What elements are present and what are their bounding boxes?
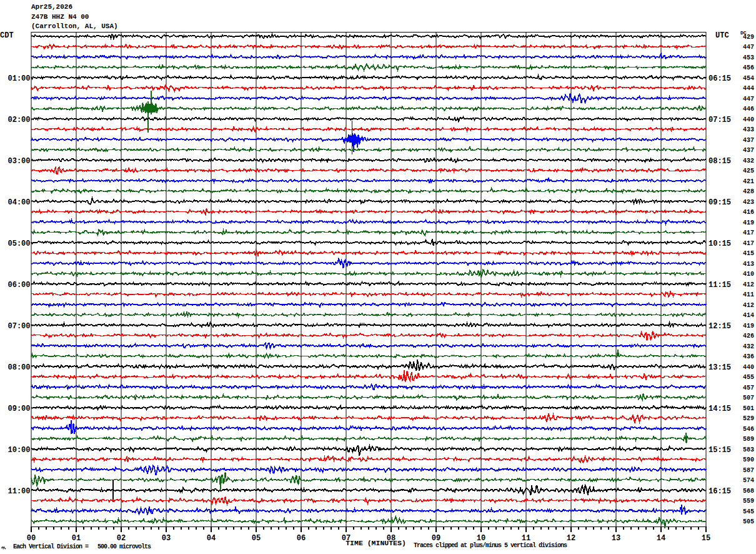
svg-text:501: 501 xyxy=(743,405,754,412)
svg-text:453: 453 xyxy=(743,54,754,61)
svg-text:419: 419 xyxy=(743,323,754,330)
svg-text:425: 425 xyxy=(743,168,754,174)
svg-text:574: 574 xyxy=(743,477,754,484)
svg-text:08:00: 08:00 xyxy=(7,363,30,372)
svg-text:433: 433 xyxy=(743,126,754,133)
svg-text:03:00: 03:00 xyxy=(7,157,30,166)
svg-text:CDT: CDT xyxy=(0,31,14,40)
svg-text:15:15: 15:15 xyxy=(709,446,731,455)
svg-text:589: 589 xyxy=(743,436,754,443)
svg-text:08:15: 08:15 xyxy=(709,157,731,166)
svg-text:447: 447 xyxy=(743,44,754,51)
svg-text:13: 13 xyxy=(612,534,620,543)
svg-text:01:00: 01:00 xyxy=(7,74,30,83)
svg-text:(Carrollton, AL, USA): (Carrollton, AL, USA) xyxy=(31,23,118,30)
svg-text:423: 423 xyxy=(743,199,754,206)
svg-text:00: 00 xyxy=(27,534,36,543)
svg-text:Apr25,2026: Apr25,2026 xyxy=(31,3,72,11)
svg-text:428: 428 xyxy=(743,188,754,195)
svg-text:11:15: 11:15 xyxy=(709,281,731,290)
svg-text:06:00: 06:00 xyxy=(7,281,30,290)
svg-text:14: 14 xyxy=(657,534,665,543)
svg-text:545: 545 xyxy=(743,508,754,515)
svg-text:432: 432 xyxy=(743,158,754,164)
svg-text:07:15: 07:15 xyxy=(709,116,731,124)
svg-text:02: 02 xyxy=(117,534,126,543)
svg-text:10:15: 10:15 xyxy=(709,239,731,248)
svg-text:412: 412 xyxy=(743,302,754,309)
svg-text:559: 559 xyxy=(743,498,754,505)
svg-text:417: 417 xyxy=(743,240,754,247)
svg-text:03: 03 xyxy=(162,534,171,543)
svg-text:419: 419 xyxy=(743,219,754,226)
svg-text:05:00: 05:00 xyxy=(7,239,30,248)
svg-text:455: 455 xyxy=(743,374,754,381)
svg-text:457: 457 xyxy=(743,385,754,391)
svg-text:09:15: 09:15 xyxy=(709,198,731,207)
svg-text:10:00: 10:00 xyxy=(7,446,30,455)
svg-text:437: 437 xyxy=(743,137,754,144)
svg-text:04:00: 04:00 xyxy=(7,198,30,207)
svg-text:412: 412 xyxy=(743,281,754,288)
svg-text:15: 15 xyxy=(702,534,710,543)
svg-text:440: 440 xyxy=(743,116,754,123)
svg-text:09:00: 09:00 xyxy=(7,405,30,413)
svg-text:417: 417 xyxy=(743,229,754,236)
svg-text:436: 436 xyxy=(743,353,754,360)
svg-text:05: 05 xyxy=(252,534,261,543)
svg-text:446: 446 xyxy=(743,106,754,113)
svg-text:07:00: 07:00 xyxy=(7,322,30,331)
svg-text:12:15: 12:15 xyxy=(709,322,731,331)
svg-text:11:00: 11:00 xyxy=(7,487,30,496)
svg-text:587: 587 xyxy=(743,467,754,474)
svg-text:429: 429 xyxy=(743,34,754,41)
svg-text:06:15: 06:15 xyxy=(709,74,731,83)
svg-text:01: 01 xyxy=(72,534,81,543)
svg-text:546: 546 xyxy=(743,426,754,433)
svg-text:413: 413 xyxy=(743,261,754,268)
svg-text:16:15: 16:15 xyxy=(709,487,731,496)
svg-text:13:15: 13:15 xyxy=(709,363,731,372)
svg-text:414: 414 xyxy=(743,312,754,319)
svg-text:Traces clipped at plus/minus 5: Traces clipped at plus/minus 5 vertical … xyxy=(414,542,567,549)
svg-text:04: 04 xyxy=(207,534,216,543)
svg-text:507: 507 xyxy=(743,395,754,401)
svg-text:421: 421 xyxy=(743,178,754,185)
svg-text:410: 410 xyxy=(743,271,754,278)
svg-text:06: 06 xyxy=(297,534,306,543)
svg-text:432: 432 xyxy=(743,343,754,350)
svg-text:529: 529 xyxy=(743,415,754,422)
svg-text:444: 444 xyxy=(743,85,754,92)
svg-text:416: 416 xyxy=(743,209,754,216)
svg-text:590: 590 xyxy=(743,456,754,463)
svg-text:583: 583 xyxy=(743,446,754,453)
svg-text:02:00: 02:00 xyxy=(7,116,30,124)
svg-text:Z47B HHZ N4 00: Z47B HHZ N4 00 xyxy=(31,13,89,21)
svg-text:456: 456 xyxy=(743,64,754,71)
svg-text:447: 447 xyxy=(743,96,754,103)
svg-text:12: 12 xyxy=(567,534,575,543)
svg-text:426: 426 xyxy=(743,333,754,340)
svg-text:14:15: 14:15 xyxy=(709,405,731,413)
svg-text:568: 568 xyxy=(743,488,754,495)
svg-text:Each Vertical Division = 500: Each Vertical Division = 500.00 microvol… xyxy=(13,543,151,550)
svg-text:415: 415 xyxy=(743,250,754,257)
svg-text:505: 505 xyxy=(743,518,754,525)
svg-text:454: 454 xyxy=(743,75,754,82)
svg-text:437: 437 xyxy=(743,147,754,154)
svg-text:UTC: UTC xyxy=(715,31,729,40)
svg-text:411: 411 xyxy=(743,291,754,298)
svg-text:440: 440 xyxy=(743,364,754,371)
svg-text:TIME (MINUTES): TIME (MINUTES) xyxy=(346,539,406,547)
